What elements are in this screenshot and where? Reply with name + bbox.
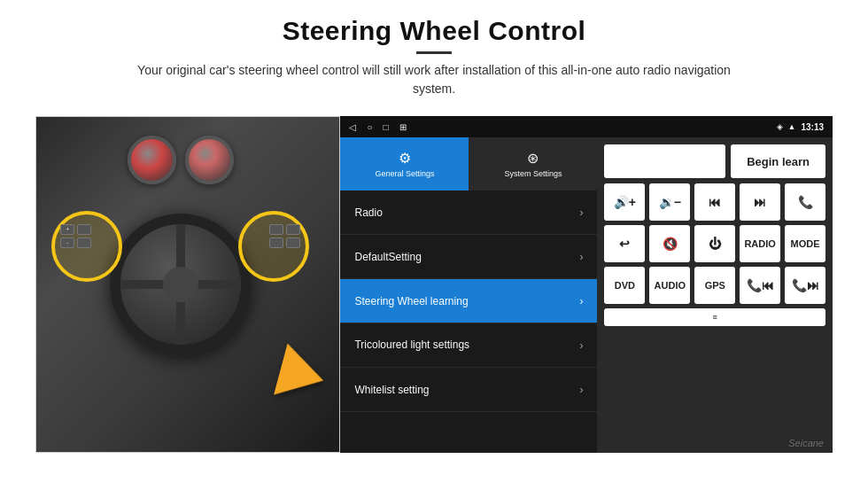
call-button[interactable]: 📞 bbox=[785, 183, 825, 221]
button-grid: 🔊+ 🔉− ⏮ ⏭ 📞 bbox=[604, 183, 825, 326]
learn-input-field[interactable] bbox=[604, 144, 725, 178]
tab-system-label: System Settings bbox=[504, 169, 562, 178]
gps-button[interactable]: GPS bbox=[694, 267, 735, 304]
next-track-icon: ⏭ bbox=[754, 195, 766, 209]
button-row-4: ≡ bbox=[604, 308, 825, 326]
chevron-radio-icon: › bbox=[579, 206, 583, 219]
car-image-section: + - bbox=[35, 116, 340, 453]
chevron-default-icon: › bbox=[579, 251, 583, 263]
vol-up-button[interactable]: 🔊+ bbox=[604, 183, 645, 221]
prev-track-icon: ⏮ bbox=[709, 195, 721, 209]
menu-item-defaultsetting[interactable]: DefaultSetting › bbox=[340, 235, 597, 279]
general-settings-icon: ⚙ bbox=[399, 150, 411, 167]
title-section: Steering Wheel Control Your original car… bbox=[115, 16, 753, 98]
extra-btn-1[interactable]: ≡ bbox=[604, 308, 825, 326]
steering-wheel-container bbox=[110, 214, 252, 355]
status-bar-right: ◈ ▲ 13:13 bbox=[777, 122, 825, 132]
list-icon: ≡ bbox=[713, 313, 717, 322]
chevron-whitelist-icon: › bbox=[579, 384, 583, 396]
next-track-button[interactable]: ⏭ bbox=[740, 183, 780, 221]
sw-btn-r4 bbox=[286, 237, 300, 248]
prev-track-button[interactable]: ⏮ bbox=[694, 183, 735, 221]
vol-up-icon: 🔊+ bbox=[614, 195, 636, 209]
back-call-icon: ↩ bbox=[619, 237, 630, 251]
audio-button[interactable]: AUDIO bbox=[649, 267, 690, 304]
tab-general-settings[interactable]: ⚙ General Settings bbox=[340, 137, 469, 191]
sw-btn-1: + bbox=[60, 224, 74, 235]
back-nav-icon[interactable]: ◁ bbox=[349, 122, 356, 132]
call-next-button[interactable]: 📞⏭ bbox=[785, 267, 825, 304]
audio-label: AUDIO bbox=[655, 280, 686, 291]
back-button[interactable]: ↩ bbox=[604, 225, 645, 262]
left-buttons: + - bbox=[60, 224, 91, 248]
arrow-container bbox=[280, 348, 324, 401]
mode-button[interactable]: MODE bbox=[785, 225, 825, 262]
chevron-tricolour-icon: › bbox=[579, 339, 583, 352]
status-bar-left: ◁ ○ □ ⊞ bbox=[349, 122, 406, 132]
menu-nav-icon[interactable]: ⊞ bbox=[399, 122, 407, 132]
mode-label: MODE bbox=[791, 238, 820, 249]
right-buttons bbox=[269, 224, 300, 248]
gps-status-icon: ◈ bbox=[777, 122, 783, 131]
menu-item-tricolour[interactable]: Tricoloured light settings › bbox=[340, 323, 597, 368]
arrow-icon bbox=[274, 344, 330, 407]
tab-general-label: General Settings bbox=[375, 169, 434, 178]
car-image-bg: + - bbox=[36, 117, 339, 452]
recent-nav-icon[interactable]: □ bbox=[384, 122, 389, 132]
dvd-button[interactable]: DVD bbox=[604, 267, 645, 304]
menu-item-radio[interactable]: Radio › bbox=[340, 191, 597, 235]
sw-btn-r1 bbox=[269, 224, 283, 235]
menu-item-whitelist[interactable]: Whitelist setting › bbox=[340, 368, 597, 412]
menu-item-steering[interactable]: Steering Wheel learning › bbox=[340, 279, 597, 323]
sw-btn-r2 bbox=[286, 224, 300, 235]
dvd-label: DVD bbox=[615, 280, 635, 291]
sw-center bbox=[163, 267, 198, 302]
call-icon: 📞 bbox=[798, 195, 813, 209]
call-next-icon: 📞⏭ bbox=[792, 278, 819, 292]
button-row-3: DVD AUDIO GPS 📞⏮ bbox=[604, 267, 825, 304]
seicane-watermark: Seicane bbox=[788, 438, 824, 448]
dashboard-gauges bbox=[128, 134, 310, 187]
sw-btn-4 bbox=[77, 237, 91, 248]
button-row-2: ↩ 🔇 ⏻ RADIO MOD bbox=[604, 225, 825, 262]
wifi-icon: ▲ bbox=[788, 122, 796, 131]
page-container: Steering Wheel Control Your original car… bbox=[0, 0, 868, 498]
gauge-right bbox=[185, 136, 234, 184]
call-prev-icon: 📞⏮ bbox=[747, 278, 774, 292]
steering-wheel bbox=[110, 214, 252, 355]
chevron-steering-icon: › bbox=[579, 295, 583, 307]
subtitle-text: Your original car's steering wheel contr… bbox=[115, 61, 753, 98]
vol-down-button[interactable]: 🔉− bbox=[649, 183, 690, 221]
page-title: Steering Wheel Control bbox=[115, 16, 753, 46]
power-icon: ⏻ bbox=[709, 237, 721, 251]
tab-system-settings[interactable]: ⊛ System Settings bbox=[469, 137, 597, 191]
mute-icon: 🔇 bbox=[663, 237, 678, 251]
button-row-1: 🔊+ 🔉− ⏮ ⏭ 📞 bbox=[604, 183, 825, 221]
settings-tabs: ⚙ General Settings ⊛ System Settings bbox=[340, 137, 597, 191]
radio-label: RADIO bbox=[744, 238, 775, 249]
begin-learn-row: Begin learn bbox=[604, 144, 825, 178]
sw-btn-2 bbox=[77, 224, 91, 235]
call-prev-button[interactable]: 📞⏮ bbox=[740, 267, 780, 304]
system-settings-icon: ⊛ bbox=[527, 150, 539, 167]
right-panel: Begin learn 🔊+ 🔉− ⏮ bbox=[597, 137, 833, 453]
power-button[interactable]: ⏻ bbox=[694, 225, 735, 262]
gps-label: GPS bbox=[705, 280, 725, 291]
vol-down-icon: 🔉− bbox=[659, 195, 681, 209]
radio-button[interactable]: RADIO bbox=[740, 225, 780, 262]
content-row: + - bbox=[35, 116, 833, 453]
home-nav-icon[interactable]: ○ bbox=[367, 122, 372, 132]
android-body: ⚙ General Settings ⊛ System Settings Rad… bbox=[340, 137, 833, 453]
android-ui: ◁ ○ □ ⊞ ◈ ▲ 13:13 ⚙ bbox=[340, 116, 833, 453]
time-display: 13:13 bbox=[801, 122, 824, 132]
status-bar: ◁ ○ □ ⊞ ◈ ▲ 13:13 bbox=[340, 116, 833, 137]
mute-button[interactable]: 🔇 bbox=[649, 225, 690, 262]
begin-learn-button[interactable]: Begin learn bbox=[731, 144, 825, 178]
sw-btn-3: - bbox=[60, 237, 74, 248]
sw-btn-r3 bbox=[269, 237, 283, 248]
settings-menu: ⚙ General Settings ⊛ System Settings Rad… bbox=[340, 137, 597, 453]
gauge-left bbox=[128, 136, 176, 184]
title-divider bbox=[416, 51, 452, 54]
